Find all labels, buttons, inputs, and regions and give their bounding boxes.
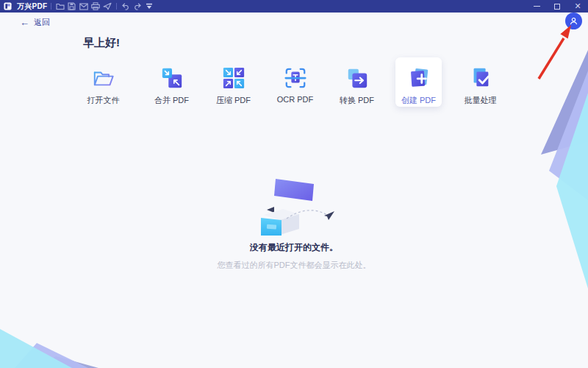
convert-pdf-icon [345,66,369,90]
empty-state-illustration [246,173,356,236]
empty-state-title: 没有最近打开的文件。 [0,241,588,254]
app-logo-icon [4,2,12,10]
action-compress-pdf[interactable]: 压缩 PDF [210,57,257,107]
action-label: 创建 PDF [401,95,436,106]
user-icon [569,16,578,26]
undo-icon[interactable] [120,1,132,12]
action-label: 批量处理 [465,95,497,106]
batch-process-icon [469,66,492,90]
email-icon[interactable] [78,1,90,12]
back-arrow-icon: ← [20,17,29,28]
merge-pdf-icon [160,66,184,90]
back-button[interactable]: ← 返回 [20,17,50,28]
divider [116,3,117,10]
create-pdf-icon [407,66,431,90]
share-icon[interactable] [101,1,113,12]
action-batch-process[interactable]: 批量处理 [457,57,503,107]
action-merge-pdf[interactable]: 合并 PDF [148,57,195,107]
close-icon: ✕ [574,2,581,10]
compress-pdf-icon [222,66,245,90]
ocr-pdf-icon [284,66,307,90]
empty-state-subtitle: 您查看过的所有PDF文件都会显示在此处。 [0,260,588,271]
save-icon[interactable] [66,1,78,12]
quick-actions-row: 打开文件 合并 PDF 压缩 PDF OCR PD [80,57,503,107]
maximize-button[interactable] [547,0,567,13]
open-file-icon [92,66,115,90]
action-ocr-pdf[interactable]: OCR PDF [272,57,318,107]
greeting-text: 早上好! [83,36,120,50]
open-folder-icon[interactable] [54,1,66,12]
action-label: 合并 PDF [154,95,189,106]
close-button[interactable]: ✕ [567,0,588,13]
action-open-file[interactable]: 打开文件 [80,57,126,107]
action-label: 打开文件 [87,95,120,106]
empty-state: 没有最近打开的文件。 您查看过的所有PDF文件都会显示在此处。 [0,173,588,271]
account-avatar-button[interactable] [565,13,582,29]
app-title: 万兴PDF [17,1,48,12]
minimize-button[interactable] [526,0,547,13]
print-icon[interactable] [90,1,101,12]
titlebar: 万兴PDF ✕ [0,0,588,13]
action-create-pdf[interactable]: 创建 PDF [395,57,442,107]
toolbar-toggle-icon[interactable] [143,1,155,12]
action-label: OCR PDF [277,95,314,104]
divider [51,3,51,10]
action-label: 转换 PDF [340,95,374,106]
action-convert-pdf[interactable]: 转换 PDF [334,57,380,107]
maximize-icon [554,4,560,10]
minimize-icon [534,6,540,7]
back-label: 返回 [34,17,50,28]
action-label: 压缩 PDF [216,95,251,106]
redo-icon[interactable] [132,1,143,12]
